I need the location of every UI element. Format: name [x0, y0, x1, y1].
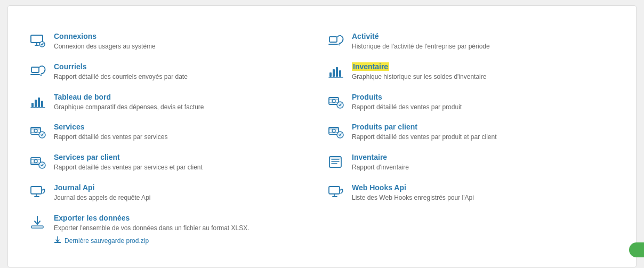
svg-rect-2 [329, 37, 337, 42]
item-activite[interactable]: ActivitéHistorique de l'activité de l'en… [322, 26, 620, 56]
produits-title[interactable]: Produits [352, 93, 382, 101]
item-produits-par-client[interactable]: Produits par clientRapport détaillé des … [322, 117, 620, 147]
produits-par-client-desc: Rapport détaillé des ventes par produit … [352, 133, 497, 142]
produits-text: ProduitsRapport détaillé des ventes par … [352, 92, 462, 112]
tableau-de-bord-icon [28, 92, 47, 111]
svg-rect-26 [31, 186, 42, 194]
item-journal-api[interactable]: Journal ApiJournal des appels de requête… [24, 177, 322, 208]
item-connexions[interactable]: ConnexionsConnexion des usagers au systè… [24, 26, 322, 56]
inventaire-chart-icon [326, 62, 345, 81]
services-par-client-title[interactable]: Services par client [54, 153, 120, 161]
svg-rect-29 [54, 242, 61, 243]
svg-point-19 [332, 129, 335, 133]
svg-rect-6 [336, 67, 338, 77]
inventaire-list-icon [326, 152, 345, 172]
inventaire-list-title[interactable]: Inventaire [352, 153, 387, 161]
item-inventaire-list[interactable]: InventaireRapport d'inventaire [322, 147, 620, 177]
svg-rect-4 [329, 72, 332, 77]
connexions-text: ConnexionsConnexion des usagers au systè… [54, 31, 156, 51]
exporter-donnees-icon [28, 213, 47, 232]
svg-rect-7 [339, 70, 341, 77]
svg-rect-3 [31, 67, 39, 72]
svg-rect-10 [38, 98, 40, 107]
produits-par-client-title[interactable]: Produits par client [352, 123, 417, 131]
inventaire-chart-text: InventaireGraphique historique sur les s… [352, 62, 486, 82]
tableau-de-bord-desc: Graphique comparatif des dépenses, devis… [54, 103, 204, 112]
activite-icon [326, 31, 345, 51]
item-courriels[interactable]: CourrielsRapport détaillé des courriels … [24, 56, 322, 87]
exporter-donnees-desc: Exporter l'ensemble de vos données dans … [54, 224, 249, 233]
backup-download-icon [54, 236, 61, 246]
connexions-title[interactable]: Connexions [54, 32, 96, 40]
courriels-title[interactable]: Courriels [54, 62, 86, 71]
svg-rect-28 [31, 226, 43, 228]
connexions-icon [28, 31, 47, 51]
connexions-desc: Connexion des usagers au système [54, 42, 156, 51]
services-par-client-icon [28, 152, 47, 172]
web-hooks-api-text: Web Hooks ApiListe des Web Hooks enregis… [352, 183, 474, 202]
item-produits[interactable]: ProduitsRapport détaillé des ventes par … [322, 87, 620, 117]
services-par-client-text: Services par clientRapport détaillé des … [54, 152, 203, 172]
exporter-donnees-text: Exporter les donnéesExporter l'ensemble … [54, 213, 249, 246]
item-services-par-client[interactable]: Services par clientRapport détaillé des … [24, 147, 322, 177]
inventaire-list-text: InventaireRapport d'inventaire [352, 152, 409, 172]
tableau-de-bord-text: Tableau de bordGraphique comparatif des … [54, 92, 204, 112]
svg-point-13 [332, 99, 335, 102]
services-text: ServicesRapport détaillé des ventes par … [54, 122, 167, 142]
produits-par-client-text: Produits par clientRapport détaillé des … [352, 122, 497, 142]
item-web-hooks-api[interactable]: Web Hooks ApiListe des Web Hooks enregis… [322, 177, 620, 208]
item-inventaire-chart[interactable]: InventaireGraphique historique sur les s… [322, 56, 620, 87]
tableau-de-bord-title[interactable]: Tableau de bord [54, 93, 111, 101]
web-hooks-api-title[interactable]: Web Hooks Api [352, 183, 406, 192]
svg-rect-8 [31, 103, 34, 107]
journal-api-title[interactable]: Journal Api [54, 183, 95, 192]
green-dot[interactable] [629, 242, 644, 257]
journal-api-icon [28, 183, 47, 202]
item-exporter-donnees[interactable]: Exporter les donnéesExporter l'ensemble … [24, 208, 322, 251]
journal-api-text: Journal ApiJournal des appels de requête… [54, 183, 150, 202]
item-empty [322, 208, 620, 251]
activite-desc: Historique de l'activité de l'entreprise… [352, 42, 490, 51]
item-tableau-de-bord[interactable]: Tableau de bordGraphique comparatif des … [24, 87, 322, 117]
activite-text: ActivitéHistorique de l'activité de l'en… [352, 31, 490, 51]
produits-desc: Rapport détaillé des ventes par produit [352, 103, 462, 112]
exporter-donnees-title[interactable]: Exporter les données [54, 214, 130, 222]
services-par-client-desc: Rapport détaillé des ventes par services… [54, 163, 203, 172]
svg-point-22 [34, 160, 37, 163]
inventaire-chart-desc: Graphique historique sur les soldes d'in… [352, 72, 486, 82]
inventaire-list-desc: Rapport d'inventaire [352, 163, 409, 172]
svg-rect-5 [333, 69, 335, 77]
item-services[interactable]: ServicesRapport détaillé des ventes par … [24, 117, 322, 147]
last-backup-link[interactable]: Dernière sauvegarde prod.zip [65, 237, 149, 245]
svg-rect-27 [329, 186, 340, 194]
produits-par-client-icon [326, 122, 345, 141]
svg-rect-11 [41, 101, 43, 107]
last-backup-row: Dernière sauvegarde prod.zip [54, 236, 249, 246]
svg-point-16 [34, 129, 37, 133]
courriels-text: CourrielsRapport détaillé des courriels … [54, 62, 188, 82]
courriels-icon [28, 62, 47, 81]
inventaire-chart-title[interactable]: Inventaire [352, 62, 389, 71]
services-desc: Rapport détaillé des ventes par services [54, 133, 167, 142]
services-icon [28, 122, 47, 141]
items-grid: ConnexionsConnexion des usagers au systè… [24, 26, 620, 251]
web-hooks-api-icon [326, 183, 345, 202]
services-title[interactable]: Services [54, 123, 85, 131]
courriels-desc: Rapport détaillé des courriels envoyés p… [54, 72, 188, 82]
svg-rect-9 [35, 100, 37, 107]
main-card: ConnexionsConnexion des usagers au systè… [7, 5, 637, 267]
activite-title[interactable]: Activité [352, 32, 379, 40]
produits-icon [326, 92, 345, 111]
web-hooks-api-desc: Liste des Web Hooks enregistrés pour l'A… [352, 193, 474, 202]
journal-api-desc: Journal des appels de requête Api [54, 193, 150, 202]
svg-rect-25 [329, 157, 341, 159]
